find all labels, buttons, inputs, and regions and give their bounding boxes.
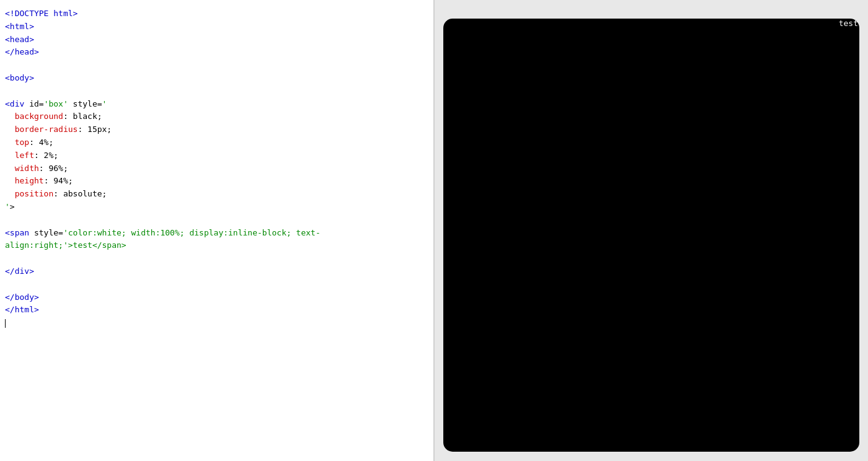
code-line: top: 4%; [5,136,428,149]
code-line [5,252,428,265]
code-line: <span style='color:white; width:100%; di… [5,227,428,240]
code-line: </head> [5,46,428,59]
code-line: position: absolute; [5,188,428,201]
text-cursor [5,319,6,328]
code-line: <!DOCTYPE html> [5,7,428,20]
code-line: <body> [5,72,428,85]
code-line: <head> [5,33,428,46]
code-line [5,278,428,291]
code-line: <div id='box' style=' [5,98,428,111]
code-line: </html> [5,304,428,317]
preview-text: test [443,19,859,28]
code-line [5,85,428,98]
code-line: width: 96%; [5,162,428,175]
code-line: background: black; [5,110,428,123]
code-line [5,214,428,227]
code-line: '> [5,201,428,214]
code-line: left: 2%; [5,149,428,162]
code-line: border-radius: 15px; [5,123,428,136]
code-line: </body> [5,291,428,304]
code-line: align:right;'>test</span> [5,239,428,252]
code-line [5,59,428,72]
code-line [5,317,428,330]
preview-pane: test [435,0,868,461]
code-line: height: 94%; [5,175,428,188]
code-editor[interactable]: <!DOCTYPE html><html><head></head> <body… [0,0,434,461]
code-line: </div> [5,265,428,278]
preview-box: test [443,19,859,452]
code-line: <html> [5,20,428,33]
preview-inner: test [435,0,868,461]
